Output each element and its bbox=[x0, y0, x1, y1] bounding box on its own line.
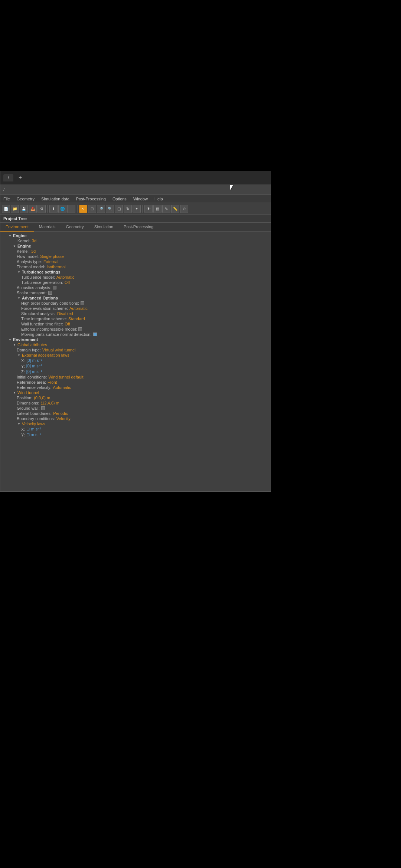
toolbar: 📄 📁 💾 📤 ⚙ ⬆ 🌐 — ↖ ⊡ 🔎 🔍 ◫ ↻ ✦ 👁 ▤ ✎ 📏 ⊙ bbox=[0, 203, 271, 215]
tree-engine-sub[interactable]: ▼ Engine bbox=[0, 243, 271, 249]
tree-engine-top[interactable]: ▼ Engine bbox=[0, 233, 271, 238]
tree-initial-conditions[interactable]: Initial conditions: Wind tunnel default bbox=[0, 374, 271, 380]
menu-post-processing[interactable]: Post-Processing bbox=[75, 196, 107, 202]
advanced-options-label: Advanced Options bbox=[22, 296, 58, 300]
menu-help[interactable]: Help bbox=[153, 196, 164, 202]
tree-force-eval[interactable]: Force evaluation scheme: Automatic bbox=[0, 306, 271, 311]
toolbar-minus[interactable]: — bbox=[67, 205, 75, 213]
moving-parts-checkbox[interactable] bbox=[93, 333, 97, 336]
acoustics-checkbox[interactable] bbox=[53, 286, 56, 289]
initial-conditions-value: Wind tunnel default bbox=[48, 375, 83, 379]
menu-window[interactable]: Window bbox=[132, 196, 149, 202]
tree-acoustics[interactable]: Acoustics analysis: bbox=[0, 285, 271, 290]
tree-advanced-options[interactable]: ▼ Advanced Options bbox=[0, 295, 271, 301]
add-tab-button[interactable]: + bbox=[16, 174, 24, 182]
toolbar-export[interactable]: 📤 bbox=[29, 205, 37, 213]
tree-velocity-laws[interactable]: ▼ Velocity laws bbox=[0, 421, 271, 426]
ground-wall-label: Ground wall: bbox=[17, 406, 40, 410]
tree-flow-model[interactable]: Flow model: Single phase bbox=[0, 254, 271, 259]
engine-top-label: Engine bbox=[13, 233, 27, 238]
toolbar-sep1 bbox=[47, 205, 48, 213]
tree-accel-z[interactable]: Z: [0] m s⁻¹ bbox=[0, 369, 271, 374]
tree-turbulence-model[interactable]: Turbulence model: Automatic bbox=[0, 275, 271, 280]
tab-simulation[interactable]: Simulation bbox=[89, 223, 118, 232]
accel-z-label: Z: bbox=[21, 370, 25, 374]
toolbar-new[interactable]: 📄 bbox=[2, 205, 10, 213]
ground-wall-checkbox[interactable] bbox=[41, 406, 45, 410]
tree-kernel-sub[interactable]: Kernel: 3d bbox=[0, 249, 271, 254]
tree-vel-y[interactable]: Y: ⊡ m s⁻¹ bbox=[0, 432, 271, 438]
tree-environment[interactable]: ▼ Environment bbox=[0, 337, 271, 342]
toolbar-settings[interactable]: ⚙ bbox=[38, 205, 46, 213]
toolbar-zoom-in[interactable]: 🔎 bbox=[97, 205, 105, 213]
enforce-incompressible-checkbox[interactable] bbox=[78, 327, 82, 331]
toolbar-fit[interactable]: ◫ bbox=[115, 205, 123, 213]
tree-reference-area[interactable]: Reference area: Front bbox=[0, 380, 271, 385]
toolbar-import[interactable]: ⬆ bbox=[49, 205, 58, 213]
analysis-type-value: External bbox=[43, 259, 58, 264]
tree-global-attributes[interactable]: ▼ Global attributes bbox=[0, 342, 271, 347]
tree-turbulence-gen[interactable]: Turbulence generation: Off bbox=[0, 280, 271, 285]
menu-geometry[interactable]: Geometry bbox=[15, 196, 36, 202]
toolbar-zoom-box[interactable]: ⊡ bbox=[88, 205, 96, 213]
tree-analysis-type[interactable]: Analysis type: External bbox=[0, 259, 271, 264]
tree-position[interactable]: Position: (0,0,0) m bbox=[0, 395, 271, 400]
toolbar-eye[interactable]: 👁 bbox=[144, 205, 153, 213]
tree-moving-parts[interactable]: Moving parts surface normal detection: bbox=[0, 332, 271, 337]
turbulence-gen-label: Turbulence generation: bbox=[21, 280, 63, 285]
tree-boundary-conditions[interactable]: Boundary conditions: Velocity bbox=[0, 416, 271, 421]
address-bar: / bbox=[0, 184, 271, 195]
tree-time-integration[interactable]: Time integration scheme: Standard bbox=[0, 316, 271, 321]
tree-ext-accel[interactable]: ▼ External acceleration laws bbox=[0, 353, 271, 358]
tree-scalar[interactable]: Scalar transport: bbox=[0, 290, 271, 295]
toolbar-circle[interactable]: ⊙ bbox=[180, 205, 188, 213]
tree-ground-wall[interactable]: Ground wall: bbox=[0, 406, 271, 411]
tab-geometry[interactable]: Geometry bbox=[61, 223, 89, 232]
tree-kernel-top[interactable]: Kernel: 3d bbox=[0, 238, 271, 243]
toolbar-globe[interactable]: 🌐 bbox=[58, 205, 66, 213]
tree-accel-y[interactable]: Y: [0] m s⁻¹ bbox=[0, 363, 271, 369]
tab-post-processing[interactable]: Post-Processing bbox=[118, 223, 159, 232]
high-order-bc-checkbox[interactable] bbox=[81, 301, 84, 305]
vel-x-value: ⊡ m s⁻¹ bbox=[26, 427, 41, 432]
browser-tab[interactable]: / bbox=[3, 174, 13, 181]
menu-options[interactable]: Options bbox=[111, 196, 128, 202]
tree-high-order-bc[interactable]: High order boundary conditions: bbox=[0, 301, 271, 306]
toolbar-star[interactable]: ✦ bbox=[133, 205, 141, 213]
toolbar-layer[interactable]: ▤ bbox=[153, 205, 162, 213]
dimensions-label: Dimensions: bbox=[17, 401, 39, 405]
tree-vel-x[interactable]: X: ⊡ m s⁻¹ bbox=[0, 426, 271, 432]
toolbar-pen[interactable]: ✎ bbox=[162, 205, 170, 213]
toolbar-rotate[interactable]: ↻ bbox=[124, 205, 132, 213]
menu-file[interactable]: File bbox=[2, 196, 12, 202]
toolbar-zoom-out[interactable]: 🔍 bbox=[106, 205, 114, 213]
tab-materials[interactable]: Materials bbox=[34, 223, 61, 232]
tree-thermal-model[interactable]: Thermal model: Isothermal bbox=[0, 264, 271, 269]
expand-engine-sub: ▼ bbox=[12, 244, 17, 248]
scalar-checkbox[interactable] bbox=[48, 291, 52, 295]
tree-wall-function[interactable]: Wall function time filter: Off bbox=[0, 321, 271, 327]
tree-structural[interactable]: Structural analysis: Disabled bbox=[0, 311, 271, 316]
tab-environment[interactable]: Environment bbox=[0, 223, 34, 232]
tree-domain-type[interactable]: Domain type: Virtual wind tunnel bbox=[0, 347, 271, 353]
toolbar-save[interactable]: 💾 bbox=[20, 205, 28, 213]
toolbar-cursor[interactable]: ↖ bbox=[79, 205, 87, 213]
expand-engine-top: ▼ bbox=[8, 233, 12, 238]
toolbar-open[interactable]: 📁 bbox=[11, 205, 19, 213]
accel-z-value: [0] m s⁻¹ bbox=[26, 369, 42, 374]
expand-kernel-top bbox=[12, 239, 17, 243]
expand-ext-accel: ▼ bbox=[17, 353, 21, 357]
tree-dimensions[interactable]: Dimensions: (12,4,6) m bbox=[0, 400, 271, 406]
toolbar-measure[interactable]: 📏 bbox=[171, 205, 179, 213]
thermal-model-value: Isothermal bbox=[46, 265, 65, 269]
tree-reference-velocity[interactable]: Reference velocity: Automatic bbox=[0, 385, 271, 390]
tree-lateral-boundaries[interactable]: Lateral boundaries: Periodic bbox=[0, 411, 271, 416]
tree-wind-tunnel[interactable]: ▼ Wind tunnel bbox=[0, 390, 271, 395]
tree-turbulence-settings[interactable]: ▼ Turbulence settings bbox=[0, 269, 271, 275]
tree-enforce-incompressible[interactable]: Enforce incompressible model: bbox=[0, 327, 271, 332]
app-window: / + / File Geometry Simulation data Post… bbox=[0, 171, 271, 492]
expand-wind-tunnel: ▼ bbox=[12, 390, 17, 395]
tab-label: / bbox=[8, 176, 9, 180]
tree-accel-x[interactable]: X: [0] m s⁻¹ bbox=[0, 358, 271, 363]
menu-simulation-data[interactable]: Simulation data bbox=[40, 196, 71, 202]
